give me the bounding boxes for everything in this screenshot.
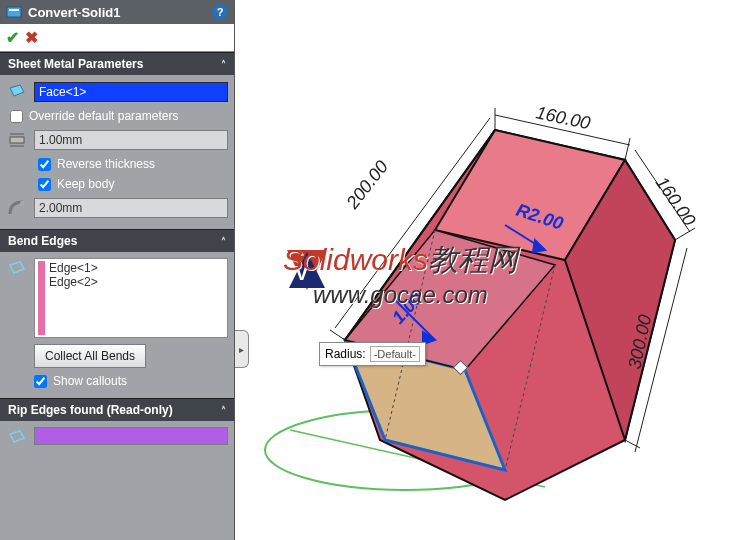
bend-radius-icon xyxy=(6,197,28,219)
section-sheet-metal-title: Sheet Metal Parameters xyxy=(8,57,143,71)
property-manager-panel: Convert-Solid1 ? ✔ ✖ Sheet Metal Paramet… xyxy=(0,0,235,540)
svg-line-25 xyxy=(330,330,345,340)
keep-body-checkbox[interactable] xyxy=(38,178,51,191)
panel-title-bar: Convert-Solid1 ? xyxy=(0,0,234,24)
svg-point-6 xyxy=(20,201,24,205)
chevron-up-icon: ˄ xyxy=(221,59,226,70)
list-stripe xyxy=(38,261,45,335)
rip-edges-list[interactable] xyxy=(34,427,228,445)
list-item[interactable]: Edge<2> xyxy=(49,275,98,289)
section-bend-edges-title: Bend Edges xyxy=(8,234,77,248)
show-callouts-row[interactable]: Show callouts xyxy=(6,374,228,388)
section-sheet-metal-header[interactable]: Sheet Metal Parameters ˄ xyxy=(0,52,234,75)
svg-rect-1 xyxy=(9,9,19,11)
show-callouts-checkbox[interactable] xyxy=(34,375,47,388)
svg-marker-2 xyxy=(10,85,24,96)
reverse-thickness-row[interactable]: Reverse thickness xyxy=(34,157,228,171)
svg-rect-0 xyxy=(7,7,21,17)
bend-radius-input[interactable] xyxy=(34,198,228,218)
section-rip-edges-header[interactable]: Rip Edges found (Read-only) ˄ xyxy=(0,398,234,421)
rip-edge-icon xyxy=(6,427,28,449)
feature-icon xyxy=(6,4,22,20)
section-sheet-metal-body: Face<1> Override default parameters Reve… xyxy=(0,75,234,229)
section-bend-edges-header[interactable]: Bend Edges ˄ xyxy=(0,229,234,252)
thickness-icon xyxy=(6,129,28,151)
svg-line-21 xyxy=(625,138,630,160)
panel-title: Convert-Solid1 xyxy=(28,5,120,20)
bend-edges-list[interactable]: Edge<1> Edge<2> xyxy=(34,258,228,338)
radius-callout[interactable]: Radius: -Default- xyxy=(319,342,426,366)
chevron-up-icon: ˄ xyxy=(221,236,226,247)
panel-flyout-tab[interactable]: ▸ xyxy=(235,330,249,368)
svg-rect-3 xyxy=(10,137,24,143)
keep-body-label: Keep body xyxy=(57,177,114,191)
ok-button[interactable]: ✔ xyxy=(6,28,19,47)
override-checkbox-row[interactable]: Override default parameters xyxy=(6,109,228,123)
svg-line-23 xyxy=(675,228,695,240)
radius-callout-label: Radius: xyxy=(325,347,366,361)
section-rip-edges-body xyxy=(0,421,234,459)
thickness-input[interactable] xyxy=(34,130,228,150)
model-drawing: 160.00 160.00 200.00 300.00 R2.00 1.00 xyxy=(235,0,740,540)
reverse-thickness-label: Reverse thickness xyxy=(57,157,155,171)
svg-marker-8 xyxy=(10,431,24,442)
dim-200: 200.00 xyxy=(342,157,392,213)
override-label: Override default parameters xyxy=(29,109,178,123)
section-bend-edges-body: Edge<1> Edge<2> Collect All Bends Show c… xyxy=(0,252,234,398)
cancel-button[interactable]: ✖ xyxy=(25,28,38,47)
section-rip-edges-title: Rip Edges found (Read-only) xyxy=(8,403,173,417)
dim-160a: 160.00 xyxy=(534,102,592,133)
collect-all-bends-button[interactable]: Collect All Bends xyxy=(34,344,146,368)
keep-body-row[interactable]: Keep body xyxy=(34,177,228,191)
reverse-thickness-checkbox[interactable] xyxy=(38,158,51,171)
list-item[interactable]: Edge<1> xyxy=(49,261,98,275)
fixed-face-input[interactable]: Face<1> xyxy=(34,82,228,102)
chevron-up-icon: ˄ xyxy=(221,405,226,416)
radius-callout-value[interactable]: -Default- xyxy=(370,346,420,362)
edge-selection-icon xyxy=(6,258,28,280)
svg-marker-7 xyxy=(10,262,24,273)
show-callouts-label: Show callouts xyxy=(53,374,127,388)
confirm-row: ✔ ✖ xyxy=(0,24,234,52)
help-icon[interactable]: ? xyxy=(212,4,228,20)
override-checkbox[interactable] xyxy=(10,110,23,123)
face-selection-icon xyxy=(6,81,28,103)
graphics-viewport[interactable]: 160.00 160.00 200.00 300.00 R2.00 1.00 V… xyxy=(235,0,740,540)
